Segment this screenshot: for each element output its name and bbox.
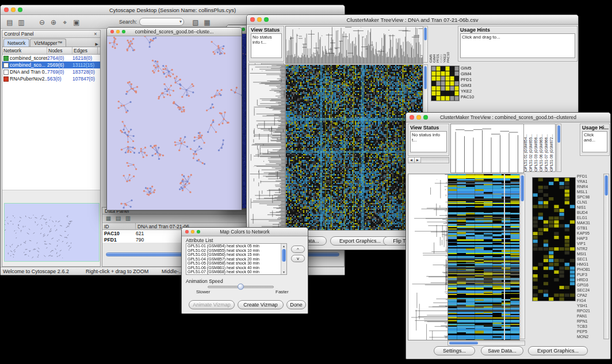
mini-vertical-scrollbar[interactable] xyxy=(556,124,561,172)
zoom-button[interactable] xyxy=(18,7,22,12)
birdseye-icon[interactable]: ▦ xyxy=(202,18,212,27)
function-builder-icon[interactable]: ▤ xyxy=(114,215,122,222)
heatmap-horizontal-scrollbar[interactable] xyxy=(447,340,525,346)
create-vizmap-button[interactable]: Create Vizmap xyxy=(238,300,284,309)
attribute-list-scrollbar[interactable]: ▲ ▼ xyxy=(281,244,286,274)
close-panel-icon[interactable]: × xyxy=(93,31,98,37)
gene-list-scrollbar[interactable] xyxy=(603,174,609,339)
gene-label[interactable]: SEC1 xyxy=(577,256,602,262)
scrollbar-thumb[interactable] xyxy=(424,66,427,89)
attribute-item[interactable]: GPL51-01 (GSM854) heat shock 05 min xyxy=(186,244,281,248)
scrollbar-thumb[interactable] xyxy=(424,28,427,40)
gene-label[interactable]: GPI16 xyxy=(577,282,602,288)
network-canvas[interactable] xyxy=(107,36,242,210)
gene-label[interactable]: YSH1 xyxy=(577,303,602,308)
gene-label[interactable]: KAP95 xyxy=(577,231,602,236)
gene-label[interactable]: TCB3 xyxy=(577,324,602,329)
gene-label[interactable]: CPA2 xyxy=(577,293,602,298)
tab-network[interactable]: Network xyxy=(3,39,29,47)
scroll-left-icon[interactable]: ◀ xyxy=(408,158,415,163)
move-up-button[interactable]: ^ xyxy=(291,246,305,253)
gene-label[interactable]: HMG1 xyxy=(577,262,602,267)
annotation-icon[interactable]: ▧ xyxy=(191,18,200,27)
import-table-icon[interactable]: ▥ xyxy=(124,215,132,222)
row-dendrogram-canvas[interactable] xyxy=(248,64,285,231)
gene-label[interactable]: CLN1 xyxy=(577,200,602,205)
close-button[interactable] xyxy=(4,7,9,12)
zoom-out-icon[interactable]: ⊖ xyxy=(37,18,47,27)
search-dropdown-icon[interactable]: ▾ xyxy=(179,19,182,24)
network-row[interactable]: RNAPuberNov2...563(0)107847(0) xyxy=(2,75,100,82)
attribute-item[interactable]: GPL51-03 (GSM856) heat shock 15 min xyxy=(186,252,281,257)
zoom-button[interactable] xyxy=(197,230,200,233)
zoom-button[interactable] xyxy=(122,30,125,33)
minimize-button[interactable] xyxy=(416,115,421,120)
gene-label[interactable]: SEC24 xyxy=(577,288,602,293)
correlation-matrix-canvas[interactable] xyxy=(431,66,460,101)
gene-label[interactable]: FIG4 xyxy=(577,298,602,303)
gene-label[interactable]: SPC98 xyxy=(577,194,602,200)
tab-vizmapper[interactable]: VizMapper™ xyxy=(30,39,66,47)
save-data-button[interactable]: Save Data... xyxy=(481,346,523,355)
search-input[interactable]: ▾ xyxy=(139,18,184,26)
scrollbar-thumb[interactable] xyxy=(521,175,524,201)
minimize-button[interactable] xyxy=(11,7,16,12)
gene-label[interactable]: MON2 xyxy=(577,334,602,339)
minimize-button[interactable] xyxy=(257,17,262,22)
scroll-down-icon[interactable]: ▼ xyxy=(281,270,286,274)
attribute-item[interactable]: GPL51-02 (GSM855) heat shock 10 min xyxy=(186,248,281,253)
zoom-selected-icon[interactable]: ⌖ xyxy=(60,18,70,27)
network-row[interactable]: DNA and Tran 0...7769(0)183728(0) xyxy=(2,68,100,75)
zoom-in-icon[interactable]: ⊕ xyxy=(49,18,58,27)
scrollbar-thumb[interactable] xyxy=(605,175,608,196)
gene-label[interactable]: MSI1 xyxy=(577,251,602,256)
done-button[interactable]: Done xyxy=(286,300,306,309)
column-dendrogram-canvas[interactable] xyxy=(450,124,524,173)
heatmap-vertical-scrollbar[interactable] xyxy=(519,174,525,339)
scrollbar-track[interactable] xyxy=(421,158,449,163)
network-view-titlebar[interactable]: combined_scores_good.txt--cluste... xyxy=(107,28,242,36)
zoom-fit-icon[interactable]: ▣ xyxy=(72,18,81,27)
network-row[interactable]: combined_sco...2569(6)13112(15) xyxy=(2,62,100,68)
attribute-item[interactable]: GPL51-06 (GSM861) heat shock 40 min xyxy=(186,266,281,270)
gene-label[interactable]: HAP3 xyxy=(577,236,602,241)
import-network-icon[interactable]: ▥ xyxy=(17,18,26,27)
gene-label[interactable]: PAN1 xyxy=(577,313,602,319)
scroll-up-icon[interactable]: ▲ xyxy=(281,244,286,248)
gene-label[interactable]: GTB1 xyxy=(577,225,602,231)
attribute-item[interactable]: GPL51-04 (GSM857) heat shock 20 min xyxy=(186,257,281,262)
gene-label[interactable]: RPN1 xyxy=(577,319,602,324)
mini-vertical-scrollbar[interactable] xyxy=(423,26,428,63)
close-button[interactable] xyxy=(250,17,255,22)
scrollbar-thumb[interactable] xyxy=(282,249,286,262)
zoom-button[interactable] xyxy=(264,17,269,22)
minimize-button[interactable] xyxy=(116,30,120,33)
gene-label[interactable]: PFD1 xyxy=(577,174,602,179)
horizontal-scrollbar[interactable]: ◀ ▶ xyxy=(408,157,449,163)
gene-label[interactable]: ELG1 xyxy=(577,215,602,220)
attribute-item[interactable]: GPL51-07 (GSM868) heat shock 60 min xyxy=(186,270,281,274)
column-dendrogram-canvas[interactable] xyxy=(285,26,423,64)
slider-thumb[interactable] xyxy=(238,283,244,290)
heatmap-canvas[interactable] xyxy=(285,64,423,231)
tab-overflow-icon[interactable]: ▶ xyxy=(95,42,98,47)
move-down-button[interactable]: v xyxy=(291,255,305,262)
dialog-titlebar[interactable]: Map Colors to Network xyxy=(182,228,308,236)
settings-button[interactable]: Settings... xyxy=(434,346,475,355)
zoom-button[interactable] xyxy=(423,115,428,120)
minimize-button[interactable] xyxy=(191,230,194,233)
gene-label[interactable]: BUD4 xyxy=(577,210,602,215)
scrollbar-thumb[interactable] xyxy=(449,342,478,344)
treeview-combined-titlebar[interactable]: ClusterMaker TreeView : combined_scores_… xyxy=(406,113,610,122)
row-dendrogram-canvas[interactable] xyxy=(408,174,448,340)
gene-label[interactable]: MAK31 xyxy=(577,220,602,225)
gene-label[interactable]: PUF3 xyxy=(577,272,602,277)
network-row[interactable]: combined_scores2764(0)16218(0) xyxy=(2,55,100,62)
gene-label[interactable]: YRA1 xyxy=(577,179,602,184)
attribute-item[interactable]: GPL51-05 (GSM858) heat shock 30 min xyxy=(186,261,281,266)
export-graphics-button[interactable]: Export Graphics... xyxy=(528,346,588,355)
summary-heatmap-canvas[interactable] xyxy=(532,177,576,301)
gene-label[interactable]: RNR4 xyxy=(577,184,602,189)
attribute-select-icon[interactable]: ▦ xyxy=(105,215,112,222)
heatmap-canvas[interactable] xyxy=(447,174,520,340)
